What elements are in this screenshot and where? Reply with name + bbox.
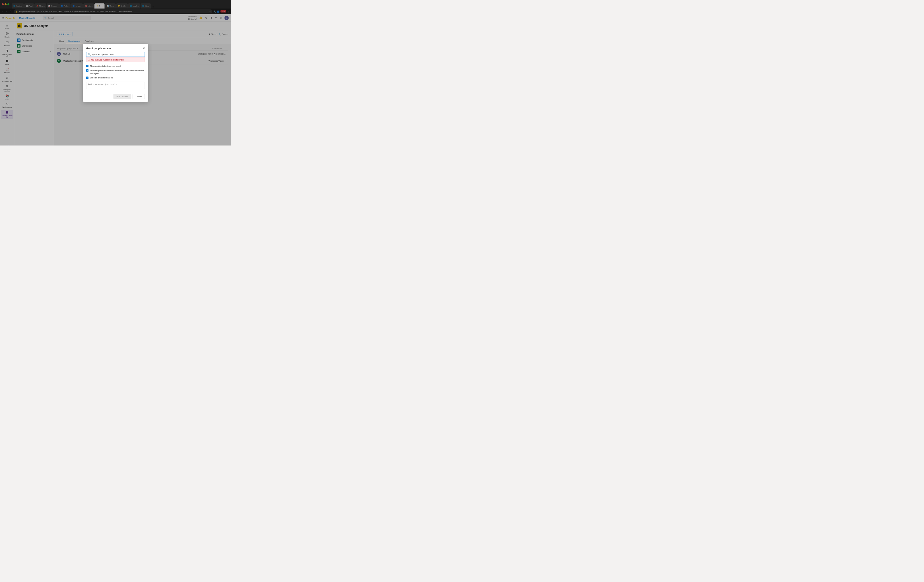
message-input[interactable] (86, 82, 145, 89)
build-checkbox[interactable] (86, 69, 89, 72)
grant-access-modal: Grant people access ✕ 🔍 ⚠ You can't use … (83, 44, 148, 102)
modal-footer: Grant access Cancel (83, 92, 148, 102)
email-checkbox[interactable] (86, 77, 89, 79)
share-checkbox[interactable] (86, 65, 89, 67)
search-icon: 🔍 (88, 53, 91, 56)
modal-overlay[interactable]: Grant people access ✕ 🔍 ⚠ You can't use … (0, 0, 231, 146)
error-message: ⚠ You can't use invalid or duplicate ema… (86, 58, 145, 62)
error-icon: ⚠ (88, 59, 90, 61)
email-label: Send an email notification (90, 76, 113, 79)
checkbox-email-row: Send an email notification (86, 76, 145, 80)
grant-access-button[interactable]: Grant access (114, 94, 131, 99)
checkbox-build-row: Allow recipients to build content with t… (86, 68, 145, 76)
build-label: Allow recipients to build content with t… (90, 69, 145, 75)
modal-close-button[interactable]: ✕ (143, 47, 145, 50)
modal-header: Grant people access ✕ (83, 44, 148, 52)
people-search-container[interactable]: 🔍 (86, 52, 145, 57)
error-text: You can't use invalid or duplicate email… (91, 59, 124, 61)
share-label: Allow recipients to share this report (90, 65, 121, 67)
people-search-input[interactable] (92, 53, 144, 56)
modal-body: 🔍 ⚠ You can't use invalid or duplicate e… (83, 52, 148, 92)
checkbox-share-row: Allow recipients to share this report (86, 64, 145, 69)
cancel-button[interactable]: Cancel (132, 94, 145, 99)
modal-title: Grant people access (86, 47, 111, 50)
